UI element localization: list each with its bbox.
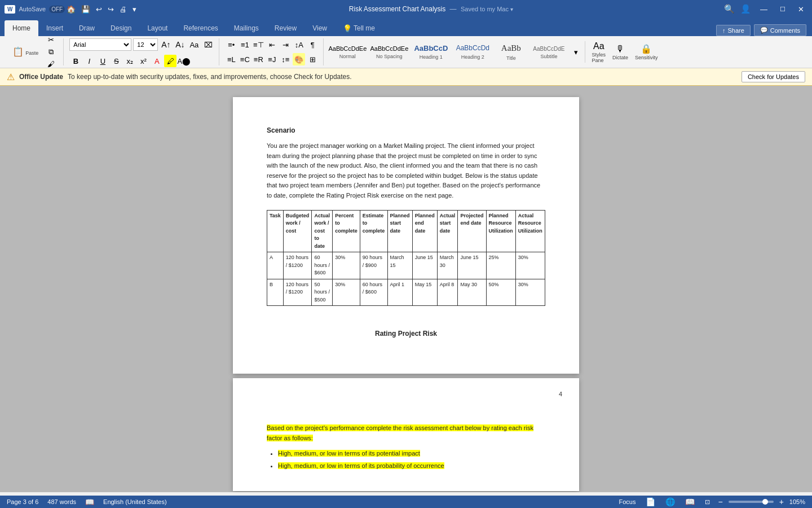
paste-button[interactable]: 📋 Paste [9, 46, 42, 58]
table-header-actual-start: Actual start date [437, 210, 458, 252]
bullet-list-button[interactable]: ≡• [225, 38, 237, 51]
show-formatting-button[interactable]: ¶ [306, 38, 319, 51]
zoom-level[interactable]: 105% [789, 498, 805, 505]
print-layout-icon[interactable]: 📄 [643, 497, 657, 507]
tab-insert[interactable]: Insert [38, 20, 71, 36]
print-icon[interactable]: 🖨 [118, 5, 129, 14]
change-case-button[interactable]: Aa [188, 38, 200, 51]
autosave-toggle[interactable]: OFF [49, 6, 65, 13]
tab-layout[interactable]: Layout [139, 20, 175, 36]
align-right-button[interactable]: ≡R [252, 53, 264, 65]
more-styles-button[interactable]: ▾ [570, 46, 582, 58]
highlight-button[interactable]: 🖊 [164, 55, 176, 67]
search-icon[interactable]: 🔍 [724, 4, 735, 14]
cell-astart-a: March 30 [437, 252, 458, 279]
comments-button[interactable]: 💬Comments [754, 24, 806, 36]
numbered-list-button[interactable]: ≡1 [239, 38, 251, 51]
tab-tellme[interactable]: 💡Tell me [335, 20, 383, 36]
superscript-button[interactable]: x² [137, 55, 149, 67]
share-button[interactable]: ↑Share [716, 25, 751, 36]
user-icon[interactable]: 👤 [740, 4, 751, 14]
multilevel-list-button[interactable]: ≡⊤ [252, 38, 264, 51]
web-layout-icon[interactable]: 🌐 [663, 497, 677, 507]
justify-button[interactable]: ≡J [266, 53, 278, 65]
style-heading2[interactable]: AaBbCcDd Heading 2 [452, 42, 493, 62]
font-family-select[interactable]: Arial [69, 38, 131, 51]
underline-button[interactable]: U [96, 55, 109, 67]
sort-button[interactable]: ↕A [293, 38, 305, 51]
check-updates-button[interactable]: Check for Updates [742, 71, 805, 82]
home-icon[interactable]: 🏠 [65, 5, 77, 14]
font-group: Arial 12 A↑ A↓ Aa ⌧ B I U S x₂ x² A 🖊 A⬤ [65, 38, 219, 65]
table-row: A 120 hours / $1200 60 hours / $600 30% … [267, 252, 545, 279]
text-effects-button[interactable]: A⬤ [178, 55, 190, 67]
language[interactable]: English (United States) [103, 498, 167, 505]
dictate-button[interactable]: 🎙 Dictate [610, 40, 630, 64]
decrease-indent-button[interactable]: ⇤ [266, 38, 278, 51]
styles-pane-row: Aa StylesPane 🎙 Dictate 🔒 Sensitivity [590, 40, 660, 64]
font-color-button[interactable]: A [151, 55, 163, 67]
style-no-spacing[interactable]: AaBbCcDdEe No Spacing [369, 43, 409, 61]
cut-button[interactable]: ✂ [43, 34, 59, 45]
style-normal[interactable]: AaBbCcDdEe Normal [327, 43, 368, 61]
cell-estimate-b: 60 hours / $600 [360, 279, 387, 306]
align-center-button[interactable]: ≡C [239, 53, 251, 65]
decrease-font-button[interactable]: A↓ [174, 38, 186, 51]
page4-intro-highlighted[interactable]: Based on the project's performance compl… [267, 424, 533, 441]
borders-button[interactable]: ⊞ [306, 53, 319, 65]
styles-pane-button[interactable]: Aa StylesPane [590, 40, 608, 64]
cell-projend-b: May 30 [458, 279, 486, 306]
undo-icon[interactable]: ↩ [94, 5, 104, 14]
tab-draw[interactable]: Draw [71, 20, 103, 36]
scenario-text[interactable]: You are the project manager working on a… [267, 141, 545, 201]
cell-pstart-a: March 15 [387, 252, 412, 279]
bold-button[interactable]: B [69, 55, 82, 67]
customize-icon[interactable]: ▾ [131, 5, 138, 14]
saved-chevron[interactable]: ▾ [510, 6, 513, 12]
minimize-icon[interactable]: — [757, 4, 771, 15]
styles-group: AaBbCcDdEe Normal AaBbCcDdEe No Spacing … [325, 41, 585, 63]
increase-indent-button[interactable]: ⇥ [279, 38, 292, 51]
zoom-slider[interactable] [729, 501, 774, 503]
style-title[interactable]: AaBb Title [494, 41, 528, 63]
align-left-button[interactable]: ≡L [225, 53, 237, 65]
table-header-actual-resource: Actual Resource Utilization [515, 210, 545, 252]
copy-icon: ⧉ [48, 47, 54, 56]
sensitivity-button[interactable]: 🔒 Sensitivity [633, 40, 660, 64]
cell-budgeted-b: 120 hours / $1200 [283, 279, 312, 306]
style-heading1[interactable]: AaBbCcD Heading 1 [411, 42, 451, 62]
style-subtitle[interactable]: AaBbCcDdE Subtitle [529, 43, 568, 61]
zoom-in-button[interactable]: + [779, 497, 784, 506]
increase-font-button[interactable]: A↑ [160, 38, 172, 51]
focus-button[interactable]: Focus [617, 498, 638, 506]
zoom-out-button[interactable]: − [718, 497, 722, 506]
redo-icon[interactable]: ↪ [106, 5, 116, 14]
strikethrough-button[interactable]: S [110, 55, 122, 67]
style-h2-preview: AaBbCcDd [456, 44, 489, 53]
list-item: High, medium, or low in terms of its pro… [278, 461, 545, 471]
tab-design[interactable]: Design [103, 20, 139, 36]
spell-check-icon[interactable]: 📖 [85, 498, 94, 506]
clear-format-button[interactable]: ⌧ [202, 38, 214, 51]
sensitivity-label: Sensitivity [635, 55, 658, 60]
italic-button[interactable]: I [83, 55, 95, 67]
tab-home[interactable]: Home [5, 20, 38, 36]
immersive-reader-icon[interactable]: ⊡ [703, 498, 712, 506]
line-spacing-button[interactable]: ↕≡ [279, 53, 292, 65]
maximize-icon[interactable]: ☐ [776, 5, 789, 14]
copy-button[interactable]: ⧉ [43, 46, 59, 58]
tab-references[interactable]: References [175, 20, 226, 36]
format-painter-button[interactable]: 🖌 [43, 59, 59, 69]
bullet-2: High, medium, or low in terms of its pro… [278, 462, 444, 469]
font-size-select[interactable]: 12 [133, 38, 158, 51]
tab-view[interactable]: View [304, 20, 335, 36]
read-mode-icon[interactable]: 📖 [683, 497, 697, 507]
subscript-button[interactable]: x₂ [123, 55, 136, 67]
table-header-task: Task [267, 210, 284, 252]
shading-button[interactable]: 🎨 [293, 53, 305, 65]
tab-mailings[interactable]: Mailings [226, 20, 267, 36]
tab-review[interactable]: Review [267, 20, 304, 36]
save-icon[interactable]: 💾 [80, 5, 92, 14]
close-icon[interactable]: ✕ [795, 4, 807, 15]
table-header-percent: Percent to complete [333, 210, 360, 252]
